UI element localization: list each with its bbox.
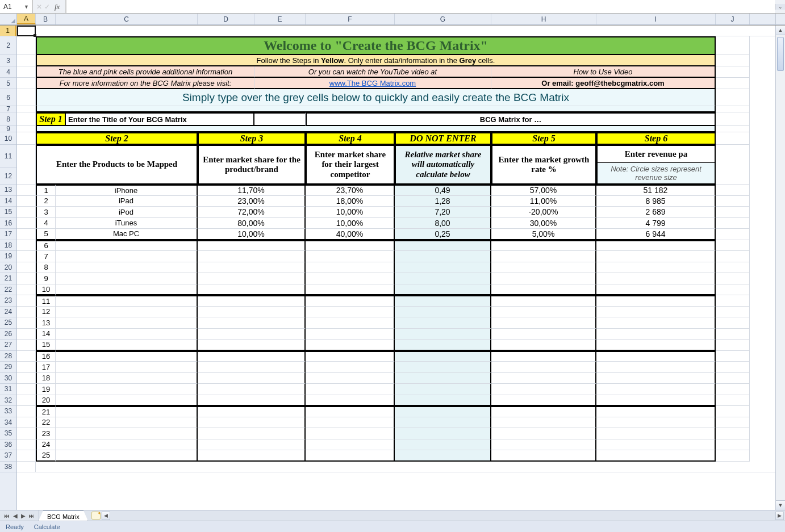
product-name-23[interactable] xyxy=(56,428,198,439)
comp-25[interactable] xyxy=(306,450,395,462)
cell-A5[interactable] xyxy=(17,78,36,89)
cell-A26[interactable] xyxy=(17,329,36,340)
col-header-A[interactable]: A xyxy=(17,14,36,24)
row-header-10[interactable]: 10 xyxy=(0,132,16,145)
col-header-E[interactable]: E xyxy=(254,14,306,24)
cell-J17[interactable] xyxy=(716,229,750,240)
cell-A16[interactable] xyxy=(17,218,36,229)
cell-J21[interactable] xyxy=(716,273,750,284)
comp-20[interactable] xyxy=(306,395,395,407)
cell-J18[interactable] xyxy=(716,240,750,252)
rev-10[interactable] xyxy=(596,284,716,296)
cell-A3[interactable] xyxy=(17,55,36,66)
worksheet[interactable]: Welcome to "Create the BCG Matrix"Follow… xyxy=(17,26,785,510)
product-name-2[interactable]: iPad xyxy=(56,196,198,207)
name-box[interactable]: A1 ▼ xyxy=(0,0,33,13)
comp-16[interactable] xyxy=(306,351,395,362)
rev-6[interactable] xyxy=(596,240,716,252)
comp-4[interactable]: 10,00% xyxy=(306,218,395,229)
comp-24[interactable] xyxy=(306,439,395,451)
row-header-2[interactable]: 2 xyxy=(0,36,16,55)
growth-25[interactable] xyxy=(491,450,596,462)
comp-2[interactable]: 18,00% xyxy=(306,196,395,207)
row-header-37[interactable]: 37 xyxy=(0,450,16,462)
row-header-23[interactable]: 23 xyxy=(0,295,16,307)
product-name-10[interactable] xyxy=(56,284,198,296)
select-all-corner[interactable] xyxy=(0,14,17,25)
product-name-5[interactable]: Mac PC xyxy=(56,229,198,240)
growth-17[interactable] xyxy=(491,362,596,373)
product-name-25[interactable] xyxy=(56,450,198,462)
share-22[interactable] xyxy=(198,417,306,429)
row38-rest[interactable] xyxy=(36,462,785,473)
growth-9[interactable] xyxy=(491,273,596,284)
cell-A19[interactable] xyxy=(17,251,36,262)
row-header-18[interactable]: 18 xyxy=(0,240,16,252)
horizontal-scrollbar[interactable]: ◀ ▶ xyxy=(101,510,785,521)
cell-A10[interactable] xyxy=(17,132,36,145)
cell-J26[interactable] xyxy=(716,329,750,340)
row-header-33[interactable]: 33 xyxy=(0,406,16,417)
comp-3[interactable]: 10,00% xyxy=(306,207,395,218)
rev-21[interactable] xyxy=(596,406,716,417)
cell-J27[interactable] xyxy=(716,340,750,351)
cell-A38[interactable] xyxy=(17,462,36,473)
product-name-14[interactable] xyxy=(56,329,198,340)
growth-8[interactable] xyxy=(491,262,596,274)
sheet-tab-active[interactable]: BCG Matrix xyxy=(39,510,88,521)
row-header-3[interactable]: 3 xyxy=(0,55,16,66)
formula-input[interactable] xyxy=(66,0,775,13)
cell-A35[interactable] xyxy=(17,428,36,439)
cell-A22[interactable] xyxy=(17,284,36,296)
hscroll-left-icon[interactable]: ◀ xyxy=(102,512,110,520)
tab-nav-next-icon[interactable]: ▶ xyxy=(19,513,27,519)
product-name-7[interactable] xyxy=(56,251,198,262)
row-header-6[interactable]: 6 xyxy=(0,89,16,106)
comp-21[interactable] xyxy=(306,406,395,417)
cell-J19[interactable] xyxy=(716,251,750,262)
cell-A28[interactable] xyxy=(17,351,36,362)
comp-1[interactable]: 23,70% xyxy=(306,185,395,196)
row-header-35[interactable]: 35 xyxy=(0,428,16,439)
growth-5[interactable]: 5,00% xyxy=(491,229,596,240)
cell-A2[interactable] xyxy=(17,36,36,55)
comp-13[interactable] xyxy=(306,317,395,329)
growth-20[interactable] xyxy=(491,395,596,407)
vscroll-thumb[interactable] xyxy=(777,37,784,71)
row-header-22[interactable]: 22 xyxy=(0,284,16,296)
rev-2[interactable]: 8 985 xyxy=(596,196,716,207)
growth-2[interactable]: 11,00% xyxy=(491,196,596,207)
row-header-15[interactable]: 15 xyxy=(0,207,16,218)
cell-J28[interactable] xyxy=(716,351,750,362)
growth-12[interactable] xyxy=(491,307,596,318)
growth-21[interactable] xyxy=(491,406,596,417)
product-name-12[interactable] xyxy=(56,307,198,318)
row-header-4[interactable]: 4 xyxy=(0,66,16,78)
row-header-28[interactable]: 28 xyxy=(0,351,16,362)
share-19[interactable] xyxy=(198,384,306,395)
col-header-B[interactable]: B xyxy=(36,14,56,24)
product-name-16[interactable] xyxy=(56,351,198,362)
share-25[interactable] xyxy=(198,450,306,462)
vertical-scrollbar[interactable]: ▲ ▼ xyxy=(775,26,785,510)
share-15[interactable] xyxy=(198,340,306,351)
product-name-22[interactable] xyxy=(56,417,198,429)
comp-8[interactable] xyxy=(306,262,395,274)
rev-25[interactable] xyxy=(596,450,716,462)
cell-A13[interactable] xyxy=(17,185,36,196)
comp-5[interactable]: 40,00% xyxy=(306,229,395,240)
tab-nav-first-icon[interactable]: ⏮ xyxy=(2,513,11,519)
product-name-1[interactable]: iPhone xyxy=(56,185,198,196)
cell-J8[interactable] xyxy=(716,112,750,126)
comp-9[interactable] xyxy=(306,273,395,284)
share-8[interactable] xyxy=(198,262,306,274)
col-header-G[interactable]: G xyxy=(395,14,491,24)
row-header-1[interactable]: 1 xyxy=(0,26,16,36)
new-sheet-icon[interactable] xyxy=(91,512,101,520)
growth-4[interactable]: 30,00% xyxy=(491,218,596,229)
share-14[interactable] xyxy=(198,329,306,340)
rev-4[interactable]: 4 799 xyxy=(596,218,716,229)
comp-7[interactable] xyxy=(306,251,395,262)
cell-J24[interactable] xyxy=(716,307,750,318)
cell-A33[interactable] xyxy=(17,406,36,417)
